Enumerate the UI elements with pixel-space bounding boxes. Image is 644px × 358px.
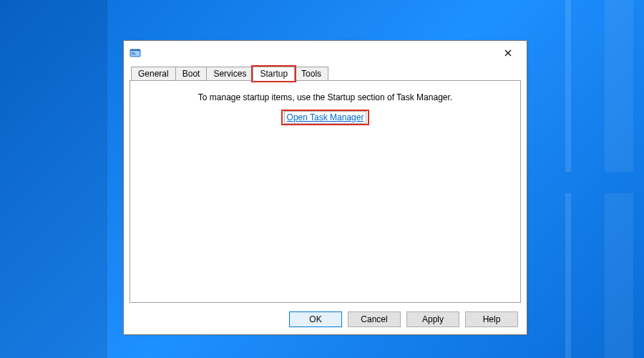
bg-shape <box>605 193 633 358</box>
svg-rect-2 <box>132 52 135 53</box>
svg-rect-3 <box>132 54 136 54</box>
titlebar <box>124 41 527 65</box>
bg-shape <box>565 0 571 172</box>
cancel-button[interactable]: Cancel <box>348 311 401 327</box>
tab-boot[interactable]: Boot <box>175 67 208 81</box>
close-button[interactable] <box>494 43 522 63</box>
desktop-background: General Boot Services Startup Tools To m… <box>0 0 644 358</box>
help-button[interactable]: Help <box>465 311 518 327</box>
svg-rect-1 <box>130 49 140 51</box>
tab-startup[interactable]: Startup <box>253 67 295 81</box>
dialog-buttons: OK Cancel Apply Help <box>289 311 518 327</box>
apply-button[interactable]: Apply <box>406 311 459 327</box>
tab-content: To manage startup items, use the Startup… <box>130 81 521 303</box>
tab-services[interactable]: Services <box>206 67 253 81</box>
startup-message: To manage startup items, use the Startup… <box>130 92 520 102</box>
titlebar-left <box>130 47 145 59</box>
link-row: Open Task Manager <box>130 111 520 124</box>
ok-button[interactable]: OK <box>289 311 342 327</box>
tab-strip: General Boot Services Startup Tools <box>130 65 521 81</box>
tab-tools[interactable]: Tools <box>294 67 328 81</box>
bg-shape <box>565 193 571 358</box>
bg-shape <box>605 0 633 172</box>
tabs: General Boot Services Startup Tools <box>131 67 328 81</box>
open-task-manager-link[interactable]: Open Task Manager <box>284 111 367 124</box>
tab-general[interactable]: General <box>131 67 176 81</box>
app-icon <box>130 47 141 59</box>
link-highlight: Open Task Manager <box>283 111 369 124</box>
msconfig-window: General Boot Services Startup Tools To m… <box>123 40 527 335</box>
bg-shape <box>0 0 107 358</box>
